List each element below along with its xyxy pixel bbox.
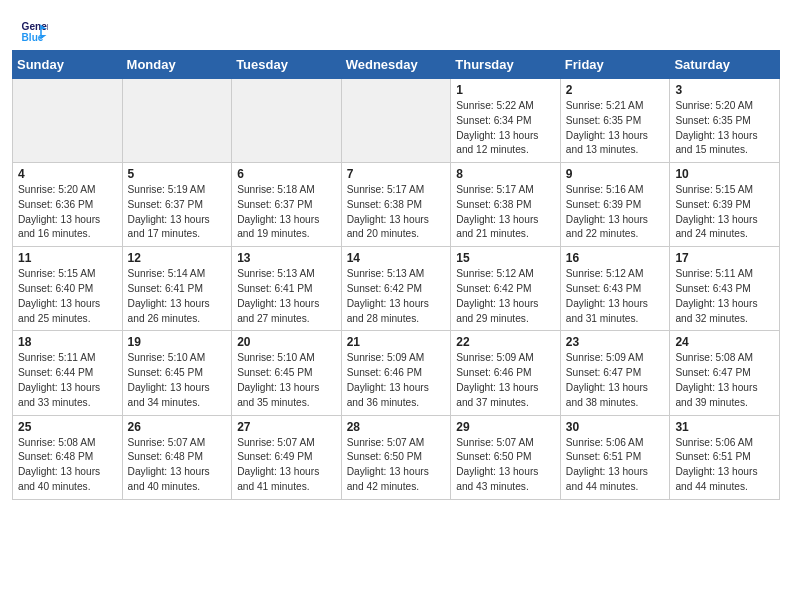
calendar-cell: 16Sunrise: 5:12 AMSunset: 6:43 PMDayligh… bbox=[560, 247, 670, 331]
col-sunday: Sunday bbox=[13, 51, 123, 79]
day-number: 29 bbox=[456, 420, 555, 434]
day-info: Sunrise: 5:15 AMSunset: 6:39 PMDaylight:… bbox=[675, 183, 774, 242]
day-number: 14 bbox=[347, 251, 446, 265]
day-info: Sunrise: 5:13 AMSunset: 6:41 PMDaylight:… bbox=[237, 267, 336, 326]
day-info: Sunrise: 5:10 AMSunset: 6:45 PMDaylight:… bbox=[237, 351, 336, 410]
day-number: 21 bbox=[347, 335, 446, 349]
day-number: 8 bbox=[456, 167, 555, 181]
day-info: Sunrise: 5:16 AMSunset: 6:39 PMDaylight:… bbox=[566, 183, 665, 242]
day-number: 30 bbox=[566, 420, 665, 434]
day-number: 2 bbox=[566, 83, 665, 97]
day-info: Sunrise: 5:07 AMSunset: 6:50 PMDaylight:… bbox=[347, 436, 446, 495]
day-info: Sunrise: 5:09 AMSunset: 6:46 PMDaylight:… bbox=[456, 351, 555, 410]
day-info: Sunrise: 5:18 AMSunset: 6:37 PMDaylight:… bbox=[237, 183, 336, 242]
day-number: 18 bbox=[18, 335, 117, 349]
day-number: 27 bbox=[237, 420, 336, 434]
calendar-cell: 22Sunrise: 5:09 AMSunset: 6:46 PMDayligh… bbox=[451, 331, 561, 415]
calendar-cell: 18Sunrise: 5:11 AMSunset: 6:44 PMDayligh… bbox=[13, 331, 123, 415]
day-number: 25 bbox=[18, 420, 117, 434]
day-number: 10 bbox=[675, 167, 774, 181]
day-info: Sunrise: 5:07 AMSunset: 6:48 PMDaylight:… bbox=[128, 436, 227, 495]
day-info: Sunrise: 5:08 AMSunset: 6:48 PMDaylight:… bbox=[18, 436, 117, 495]
col-saturday: Saturday bbox=[670, 51, 780, 79]
day-info: Sunrise: 5:22 AMSunset: 6:34 PMDaylight:… bbox=[456, 99, 555, 158]
day-info: Sunrise: 5:08 AMSunset: 6:47 PMDaylight:… bbox=[675, 351, 774, 410]
day-number: 3 bbox=[675, 83, 774, 97]
calendar-cell: 4Sunrise: 5:20 AMSunset: 6:36 PMDaylight… bbox=[13, 163, 123, 247]
week-row-1: 1Sunrise: 5:22 AMSunset: 6:34 PMDaylight… bbox=[13, 79, 780, 163]
day-info: Sunrise: 5:10 AMSunset: 6:45 PMDaylight:… bbox=[128, 351, 227, 410]
day-info: Sunrise: 5:09 AMSunset: 6:47 PMDaylight:… bbox=[566, 351, 665, 410]
col-monday: Monday bbox=[122, 51, 232, 79]
day-number: 11 bbox=[18, 251, 117, 265]
calendar-cell bbox=[13, 79, 123, 163]
calendar-cell: 27Sunrise: 5:07 AMSunset: 6:49 PMDayligh… bbox=[232, 415, 342, 499]
calendar-cell: 20Sunrise: 5:10 AMSunset: 6:45 PMDayligh… bbox=[232, 331, 342, 415]
day-number: 31 bbox=[675, 420, 774, 434]
col-wednesday: Wednesday bbox=[341, 51, 451, 79]
day-info: Sunrise: 5:17 AMSunset: 6:38 PMDaylight:… bbox=[456, 183, 555, 242]
day-info: Sunrise: 5:06 AMSunset: 6:51 PMDaylight:… bbox=[566, 436, 665, 495]
day-info: Sunrise: 5:11 AMSunset: 6:43 PMDaylight:… bbox=[675, 267, 774, 326]
day-number: 13 bbox=[237, 251, 336, 265]
day-number: 4 bbox=[18, 167, 117, 181]
day-number: 20 bbox=[237, 335, 336, 349]
week-row-5: 25Sunrise: 5:08 AMSunset: 6:48 PMDayligh… bbox=[13, 415, 780, 499]
day-info: Sunrise: 5:07 AMSunset: 6:49 PMDaylight:… bbox=[237, 436, 336, 495]
calendar-cell: 19Sunrise: 5:10 AMSunset: 6:45 PMDayligh… bbox=[122, 331, 232, 415]
calendar-cell: 5Sunrise: 5:19 AMSunset: 6:37 PMDaylight… bbox=[122, 163, 232, 247]
calendar-cell bbox=[341, 79, 451, 163]
calendar-cell bbox=[122, 79, 232, 163]
calendar-cell: 14Sunrise: 5:13 AMSunset: 6:42 PMDayligh… bbox=[341, 247, 451, 331]
header-row: Sunday Monday Tuesday Wednesday Thursday… bbox=[13, 51, 780, 79]
day-number: 19 bbox=[128, 335, 227, 349]
calendar-cell: 8Sunrise: 5:17 AMSunset: 6:38 PMDaylight… bbox=[451, 163, 561, 247]
day-info: Sunrise: 5:09 AMSunset: 6:46 PMDaylight:… bbox=[347, 351, 446, 410]
day-info: Sunrise: 5:14 AMSunset: 6:41 PMDaylight:… bbox=[128, 267, 227, 326]
day-number: 16 bbox=[566, 251, 665, 265]
calendar-cell: 15Sunrise: 5:12 AMSunset: 6:42 PMDayligh… bbox=[451, 247, 561, 331]
calendar-cell: 28Sunrise: 5:07 AMSunset: 6:50 PMDayligh… bbox=[341, 415, 451, 499]
day-number: 15 bbox=[456, 251, 555, 265]
day-number: 24 bbox=[675, 335, 774, 349]
day-number: 12 bbox=[128, 251, 227, 265]
calendar-cell: 31Sunrise: 5:06 AMSunset: 6:51 PMDayligh… bbox=[670, 415, 780, 499]
day-number: 5 bbox=[128, 167, 227, 181]
col-friday: Friday bbox=[560, 51, 670, 79]
day-number: 1 bbox=[456, 83, 555, 97]
day-info: Sunrise: 5:12 AMSunset: 6:43 PMDaylight:… bbox=[566, 267, 665, 326]
day-info: Sunrise: 5:20 AMSunset: 6:36 PMDaylight:… bbox=[18, 183, 117, 242]
week-row-4: 18Sunrise: 5:11 AMSunset: 6:44 PMDayligh… bbox=[13, 331, 780, 415]
calendar-wrapper: Sunday Monday Tuesday Wednesday Thursday… bbox=[0, 50, 792, 512]
calendar-cell bbox=[232, 79, 342, 163]
calendar-cell: 10Sunrise: 5:15 AMSunset: 6:39 PMDayligh… bbox=[670, 163, 780, 247]
day-info: Sunrise: 5:07 AMSunset: 6:50 PMDaylight:… bbox=[456, 436, 555, 495]
calendar-cell: 29Sunrise: 5:07 AMSunset: 6:50 PMDayligh… bbox=[451, 415, 561, 499]
day-number: 17 bbox=[675, 251, 774, 265]
day-info: Sunrise: 5:12 AMSunset: 6:42 PMDaylight:… bbox=[456, 267, 555, 326]
day-number: 22 bbox=[456, 335, 555, 349]
day-number: 26 bbox=[128, 420, 227, 434]
day-info: Sunrise: 5:20 AMSunset: 6:35 PMDaylight:… bbox=[675, 99, 774, 158]
calendar-cell: 3Sunrise: 5:20 AMSunset: 6:35 PMDaylight… bbox=[670, 79, 780, 163]
week-row-3: 11Sunrise: 5:15 AMSunset: 6:40 PMDayligh… bbox=[13, 247, 780, 331]
week-row-2: 4Sunrise: 5:20 AMSunset: 6:36 PMDaylight… bbox=[13, 163, 780, 247]
calendar-cell: 9Sunrise: 5:16 AMSunset: 6:39 PMDaylight… bbox=[560, 163, 670, 247]
logo-icon: General Blue bbox=[20, 18, 48, 46]
calendar-cell: 26Sunrise: 5:07 AMSunset: 6:48 PMDayligh… bbox=[122, 415, 232, 499]
day-number: 23 bbox=[566, 335, 665, 349]
calendar-cell: 12Sunrise: 5:14 AMSunset: 6:41 PMDayligh… bbox=[122, 247, 232, 331]
calendar-cell: 17Sunrise: 5:11 AMSunset: 6:43 PMDayligh… bbox=[670, 247, 780, 331]
calendar-cell: 7Sunrise: 5:17 AMSunset: 6:38 PMDaylight… bbox=[341, 163, 451, 247]
calendar-cell: 11Sunrise: 5:15 AMSunset: 6:40 PMDayligh… bbox=[13, 247, 123, 331]
calendar-cell: 1Sunrise: 5:22 AMSunset: 6:34 PMDaylight… bbox=[451, 79, 561, 163]
calendar-cell: 30Sunrise: 5:06 AMSunset: 6:51 PMDayligh… bbox=[560, 415, 670, 499]
day-number: 28 bbox=[347, 420, 446, 434]
day-info: Sunrise: 5:21 AMSunset: 6:35 PMDaylight:… bbox=[566, 99, 665, 158]
calendar-cell: 21Sunrise: 5:09 AMSunset: 6:46 PMDayligh… bbox=[341, 331, 451, 415]
col-thursday: Thursday bbox=[451, 51, 561, 79]
calendar-cell: 2Sunrise: 5:21 AMSunset: 6:35 PMDaylight… bbox=[560, 79, 670, 163]
calendar-cell: 25Sunrise: 5:08 AMSunset: 6:48 PMDayligh… bbox=[13, 415, 123, 499]
day-info: Sunrise: 5:15 AMSunset: 6:40 PMDaylight:… bbox=[18, 267, 117, 326]
day-info: Sunrise: 5:19 AMSunset: 6:37 PMDaylight:… bbox=[128, 183, 227, 242]
